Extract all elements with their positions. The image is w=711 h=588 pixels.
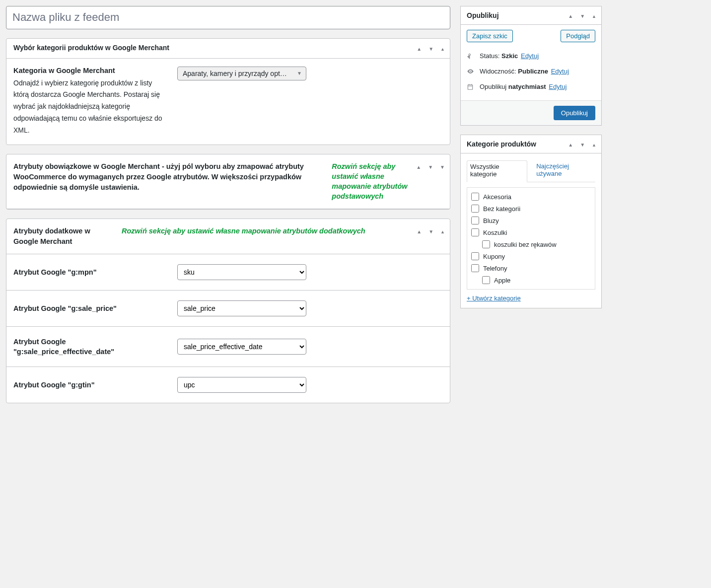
- category-label: Bluzy: [483, 217, 499, 224]
- panel-mandatory-title: Atrybuty obowiązkowe w Google Merchant -…: [13, 161, 323, 193]
- category-label: Akcesoria: [483, 193, 511, 201]
- category-label: Koszulki: [483, 229, 507, 236]
- caret-up-icon: [592, 140, 596, 148]
- category-item[interactable]: Bluzy: [470, 215, 592, 226]
- calendar-icon: [467, 83, 475, 90]
- panel-move-up[interactable]: [567, 139, 574, 149]
- panel-additional-attrs: Atrybuty dodatkowe w Google Merchant Roz…: [6, 219, 450, 404]
- panel-category: Wybór kategorii produktów w Google Merch…: [6, 38, 450, 145]
- chevron-up-icon: [417, 44, 422, 52]
- caret-up-icon: [592, 11, 596, 19]
- attribute-label: Atrybut Google "g:gtin": [13, 380, 167, 390]
- chevron-up-icon: [416, 162, 421, 170]
- panel-mandatory-hint: Rozwiń sekcję aby ustawić własne mapowan…: [332, 161, 411, 202]
- panel-move-down[interactable]: [579, 139, 586, 149]
- attribute-row: Atrybut Google "g:gtin"upc: [6, 367, 450, 403]
- chevron-down-icon: [428, 162, 433, 170]
- category-checkbox[interactable]: [471, 264, 479, 272]
- chevron-up-icon: [568, 140, 573, 148]
- edit-schedule-link[interactable]: Edytuj: [549, 83, 567, 90]
- feed-name-input[interactable]: [6, 6, 450, 29]
- category-label: Kupony: [483, 253, 505, 260]
- edit-status-link[interactable]: Edytuj: [521, 52, 539, 60]
- panel-mandatory-attrs: Atrybuty obowiązkowe w Google Merchant -…: [6, 154, 450, 210]
- category-checkbox[interactable]: [482, 276, 490, 284]
- category-field-desc: Odnajdź i wybierz kategorię produktów z …: [13, 77, 167, 137]
- caret-down-icon: ▼: [440, 164, 445, 170]
- panel-move-down[interactable]: [427, 226, 434, 236]
- category-checkbox[interactable]: [471, 193, 479, 201]
- tab-all-categories[interactable]: Wszystkie kategorie: [467, 160, 527, 182]
- add-category-link[interactable]: + Utwórz kategorię: [467, 294, 521, 302]
- visibility-label: Widoczność: Publiczne Edytuj: [480, 68, 569, 75]
- panel-move-down[interactable]: [427, 43, 434, 53]
- panel-move-up[interactable]: [416, 226, 423, 236]
- attribute-select[interactable]: sale_price: [177, 300, 306, 316]
- category-select-value: Aparaty, kamery i przyrządy opt…: [183, 70, 287, 77]
- attribute-row: Atrybut Google "g:mpn"sku: [6, 254, 450, 290]
- chevron-up-icon: [568, 11, 573, 19]
- category-label: Apple: [494, 277, 510, 284]
- category-label: Bez kategorii: [483, 205, 520, 213]
- panel-category-title: Wybór kategorii produktów w Google Merch…: [13, 43, 412, 53]
- category-item[interactable]: Telefony: [470, 262, 592, 274]
- tab-popular-categories[interactable]: Najczęściej używane: [533, 160, 595, 182]
- category-item[interactable]: Kupony: [470, 250, 592, 262]
- publish-button[interactable]: Opublikuj: [554, 106, 595, 120]
- category-item[interactable]: koszulki bez rękawów: [470, 238, 592, 250]
- category-select[interactable]: Aparaty, kamery i przyrządy opt… ▼: [177, 67, 306, 80]
- panel-additional-title: Atrybuty dodatkowe w Google Merchant: [13, 226, 113, 247]
- preview-button[interactable]: Podgląd: [561, 30, 595, 42]
- panel-move-up[interactable]: [416, 43, 423, 53]
- categories-box: Kategorie produktów Wszystkie kategorie …: [460, 135, 602, 308]
- chevron-down-icon: [428, 44, 433, 52]
- schedule-label: Opublikuj natychmiast Edytuj: [480, 83, 567, 90]
- categories-box-title: Kategorie produktów: [467, 140, 536, 148]
- category-checkbox[interactable]: [482, 240, 490, 248]
- panel-move-up[interactable]: [415, 161, 422, 171]
- attribute-label: Atrybut Google "g:mpn": [13, 267, 167, 277]
- panel-toggle[interactable]: [439, 226, 446, 236]
- category-checkbox[interactable]: [471, 228, 479, 236]
- publish-box-title: Opublikuj: [467, 11, 499, 19]
- attribute-select[interactable]: sku: [177, 264, 306, 280]
- chevron-down-icon: [580, 11, 585, 19]
- attribute-select[interactable]: sale_price_effective_date: [177, 339, 306, 355]
- category-item[interactable]: Apple: [470, 274, 592, 286]
- panel-move-up[interactable]: [567, 10, 574, 20]
- category-field-label: Kategoria w Google Merchant: [13, 67, 167, 74]
- panel-move-down[interactable]: [579, 10, 586, 20]
- attribute-row: Atrybut Google "g:sale_price"sale_price: [6, 290, 450, 326]
- category-checkbox[interactable]: [471, 205, 479, 213]
- panel-additional-hint: Rozwiń sekcję aby ustawić własne mapowan…: [122, 226, 412, 236]
- category-item[interactable]: Koszulki: [470, 226, 592, 238]
- key-icon: [467, 53, 475, 60]
- chevron-down-icon: [428, 227, 433, 235]
- category-item[interactable]: Bez kategorii: [470, 203, 592, 215]
- category-list[interactable]: AkcesoriaBez kategoriiBluzyKoszulkikoszu…: [467, 187, 595, 290]
- category-checkbox[interactable]: [471, 217, 479, 224]
- panel-move-down[interactable]: [427, 161, 434, 171]
- attribute-label: Atrybut Google "g:sale_price_effective_d…: [13, 337, 167, 357]
- panel-toggle[interactable]: [439, 43, 446, 53]
- panel-toggle[interactable]: [591, 10, 597, 20]
- status-label: Status: Szkic Edytuj: [480, 52, 539, 60]
- caret-up-icon: [440, 227, 445, 235]
- save-draft-button[interactable]: Zapisz szkic: [467, 30, 513, 42]
- caret-up-icon: [440, 44, 445, 52]
- attribute-label: Atrybut Google "g:sale_price": [13, 303, 167, 313]
- panel-toggle[interactable]: ▼: [439, 161, 446, 171]
- panel-toggle[interactable]: [591, 139, 597, 149]
- publish-box: Opublikuj Zapisz szkic Podgląd: [460, 6, 602, 126]
- chevron-down-icon: [580, 140, 585, 148]
- category-item[interactable]: Akcesoria: [470, 191, 592, 203]
- attribute-select[interactable]: upc: [177, 377, 306, 393]
- dropdown-arrow-icon: ▼: [297, 71, 302, 76]
- chevron-up-icon: [417, 227, 422, 235]
- eye-icon: [467, 68, 475, 75]
- category-label: Telefony: [483, 265, 507, 272]
- category-label: koszulki bez rękawów: [494, 241, 557, 248]
- edit-visibility-link[interactable]: Edytuj: [551, 68, 569, 75]
- attribute-row: Atrybut Google "g:sale_price_effective_d…: [6, 326, 450, 367]
- category-checkbox[interactable]: [471, 252, 479, 260]
